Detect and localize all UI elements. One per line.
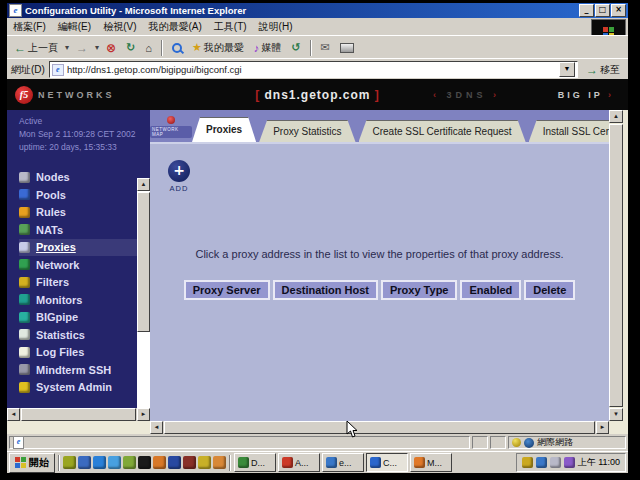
scroll-down-icon[interactable]: ▼ (609, 408, 623, 421)
tray-icon[interactable] (564, 457, 575, 468)
quick-launch-icon[interactable] (123, 456, 136, 469)
quick-launch-icon[interactable] (63, 456, 76, 469)
sidebar-item[interactable]: Statistics (19, 326, 150, 344)
back-button[interactable]: ← 上一頁 (11, 40, 61, 56)
quick-launch-icon[interactable] (168, 456, 181, 469)
address-dropdown-icon[interactable]: ▼ (559, 62, 575, 77)
sidebar-item[interactable]: Proxies (19, 239, 150, 257)
sidebar-item-label: Nodes (36, 171, 70, 183)
stop-button[interactable]: ⊗ (103, 40, 119, 56)
task-button-icon (282, 457, 293, 468)
menu-item[interactable]: 工具(T) (214, 20, 247, 34)
forward-dropdown-icon[interactable]: ▾ (95, 43, 99, 52)
menu-item[interactable]: 檢視(V) (103, 20, 136, 34)
status-pane (490, 436, 506, 449)
sidebar-item-label: BIGpipe (36, 311, 78, 323)
forward-button[interactable]: → (73, 40, 91, 56)
home-button[interactable]: ⌂ (142, 41, 155, 55)
sidebar-item[interactable]: Log Files (19, 344, 150, 362)
refresh-button[interactable]: ↻ (123, 40, 138, 55)
sidebar-item[interactable]: Mindterm SSH (19, 361, 150, 379)
menu-item[interactable]: 我的最愛(A) (148, 20, 201, 34)
table-header-cell[interactable]: Destination Host (273, 280, 378, 300)
scroll-up-icon[interactable]: ▲ (609, 110, 623, 123)
search-button[interactable] (169, 42, 185, 54)
quick-launch-icon[interactable] (198, 456, 211, 469)
quick-launch-icon[interactable] (78, 456, 91, 469)
quick-launch-icon[interactable] (138, 456, 151, 469)
history-button[interactable]: ↺ (288, 40, 303, 55)
status-bar: e 網際網路 (7, 434, 628, 451)
quick-launch-icon[interactable] (183, 456, 196, 469)
scroll-thumb[interactable] (21, 408, 136, 421)
scroll-left-icon[interactable]: ◄ (150, 421, 163, 434)
tray-icon[interactable] (550, 457, 561, 468)
favorites-icon: ★ (192, 41, 202, 54)
bracket-left: [ (255, 88, 260, 102)
scroll-thumb[interactable] (137, 192, 150, 332)
task-button[interactable]: e... (322, 453, 364, 472)
history-icon: ↺ (291, 41, 300, 54)
tab[interactable]: Proxy Statistics (259, 120, 355, 142)
mail-button[interactable]: ✉ (318, 40, 333, 55)
table-header-cell[interactable]: Proxy Type (381, 280, 458, 300)
sidebar-item[interactable]: NATs (19, 221, 150, 239)
tab[interactable]: Install SSL Certif (529, 120, 609, 142)
menu-item[interactable]: 檔案(F) (13, 20, 46, 34)
task-button[interactable]: A... (278, 453, 320, 472)
sidebar-item[interactable]: BIGpipe (19, 309, 150, 327)
back-dropdown-icon[interactable]: ▾ (65, 43, 69, 52)
sidebar-item[interactable]: Filters (19, 274, 150, 292)
scroll-left-icon[interactable]: ◄ (7, 408, 20, 421)
quick-launch-icon[interactable] (213, 456, 226, 469)
address-input[interactable]: e http://dns1.getop.com/bigipgui/bigconf… (49, 61, 578, 78)
tab[interactable]: Proxies (192, 117, 256, 142)
tab[interactable]: Create SSL Certificate Request (359, 120, 526, 142)
instruction-text: Click a proxy address in the list to vie… (150, 248, 609, 260)
scroll-thumb[interactable] (164, 421, 595, 434)
network-map-icon (167, 116, 175, 124)
scroll-right-icon[interactable]: ► (596, 421, 609, 434)
task-button[interactable]: D... (234, 453, 276, 472)
network-map-button[interactable]: NETWORK MAP (150, 112, 192, 142)
sidebar-vertical-scrollbar[interactable]: ▲ ▼ (137, 178, 150, 421)
sidebar-horizontal-scrollbar[interactable]: ◄ ► (7, 408, 150, 421)
maximize-button[interactable]: □ (595, 4, 610, 17)
main-horizontal-scrollbar[interactable]: ◄ ► (150, 421, 609, 434)
table-header-cell[interactable]: Delete (524, 280, 575, 300)
quick-launch-icon[interactable] (93, 456, 106, 469)
task-button[interactable]: M... (410, 453, 452, 472)
add-button[interactable]: + ADD (168, 160, 190, 193)
forward-arrow-icon: → (76, 41, 88, 55)
sidebar-item[interactable]: Pools (19, 186, 150, 204)
go-button[interactable]: → 移至 (582, 63, 624, 77)
sidebar-item[interactable]: Network (19, 256, 150, 274)
scroll-up-icon[interactable]: ▲ (137, 178, 150, 191)
menu-item[interactable]: 編輯(E) (58, 20, 91, 34)
minimize-button[interactable]: _ (579, 4, 594, 17)
sidebar-item[interactable]: Monitors (19, 291, 150, 309)
media-button[interactable]: ♪ 媒體 (251, 40, 285, 56)
sidebar-item-icon (19, 312, 30, 323)
status-pane-main: e (9, 436, 470, 449)
scroll-right-icon[interactable]: ► (137, 408, 150, 421)
start-button[interactable]: 開始 (9, 453, 55, 473)
table-header-cell[interactable]: Enabled (460, 280, 521, 300)
mouse-cursor (346, 420, 359, 443)
menu-item[interactable]: 說明(H) (259, 20, 293, 34)
tray-icon[interactable] (522, 457, 533, 468)
quick-launch-icon[interactable] (153, 456, 166, 469)
quick-launch-icon[interactable] (108, 456, 121, 469)
close-button[interactable]: × (611, 4, 626, 17)
task-button[interactable]: C... (366, 453, 408, 472)
sidebar-item[interactable]: System Admin (19, 379, 150, 397)
table-header-cell[interactable]: Proxy Server (184, 280, 270, 300)
sidebar-item[interactable]: Rules (19, 204, 150, 222)
sidebar-item[interactable]: Nodes (19, 169, 150, 187)
print-button[interactable] (337, 42, 357, 54)
favorites-button[interactable]: ★ 我的最愛 (189, 40, 247, 56)
scroll-thumb[interactable] (609, 124, 623, 407)
tray-icon[interactable] (536, 457, 547, 468)
add-plus-icon[interactable]: + (168, 160, 190, 182)
main-vertical-scrollbar[interactable]: ▲ ▼ (609, 110, 623, 421)
